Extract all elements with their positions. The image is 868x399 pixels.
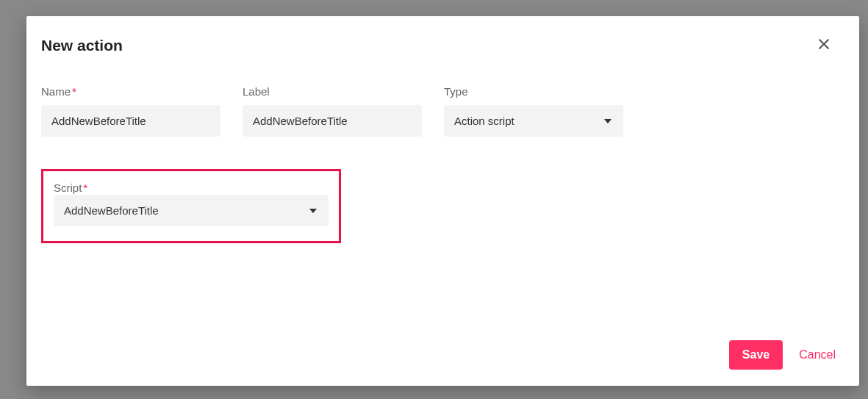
close-icon bbox=[817, 37, 831, 51]
label-input[interactable] bbox=[243, 105, 422, 137]
new-action-modal: New action Name* Label T bbox=[26, 16, 859, 386]
field-group-script-highlighted: Script* AddNewBeforeTitle bbox=[41, 169, 341, 243]
script-label: Script* bbox=[54, 181, 87, 194]
name-label: Name* bbox=[41, 85, 220, 98]
save-button[interactable]: Save bbox=[729, 340, 783, 370]
script-select[interactable]: AddNewBeforeTitle bbox=[54, 195, 329, 226]
field-group-name: Name* bbox=[41, 85, 220, 137]
field-group-type: Type Action script bbox=[444, 85, 623, 137]
type-select[interactable]: Action script bbox=[444, 105, 623, 137]
field-row-top: Name* Label Type Action script bbox=[41, 85, 844, 137]
type-label: Type bbox=[444, 85, 623, 98]
required-mark: * bbox=[72, 85, 76, 98]
name-label-text: Name bbox=[41, 85, 71, 98]
modal-footer: Save Cancel bbox=[26, 328, 859, 386]
required-mark: * bbox=[83, 181, 87, 194]
modal-header: New action bbox=[26, 16, 859, 56]
type-select-value: Action script bbox=[444, 105, 623, 137]
cancel-button[interactable]: Cancel bbox=[799, 348, 836, 362]
label-label: Label bbox=[243, 85, 422, 98]
name-input[interactable] bbox=[41, 105, 220, 137]
script-select-value: AddNewBeforeTitle bbox=[54, 195, 329, 226]
modal-title: New action bbox=[41, 37, 123, 54]
modal-body: Name* Label Type Action script bbox=[26, 56, 859, 328]
close-button[interactable] bbox=[812, 32, 836, 56]
field-group-label: Label bbox=[243, 85, 422, 137]
script-label-text: Script bbox=[54, 181, 82, 194]
